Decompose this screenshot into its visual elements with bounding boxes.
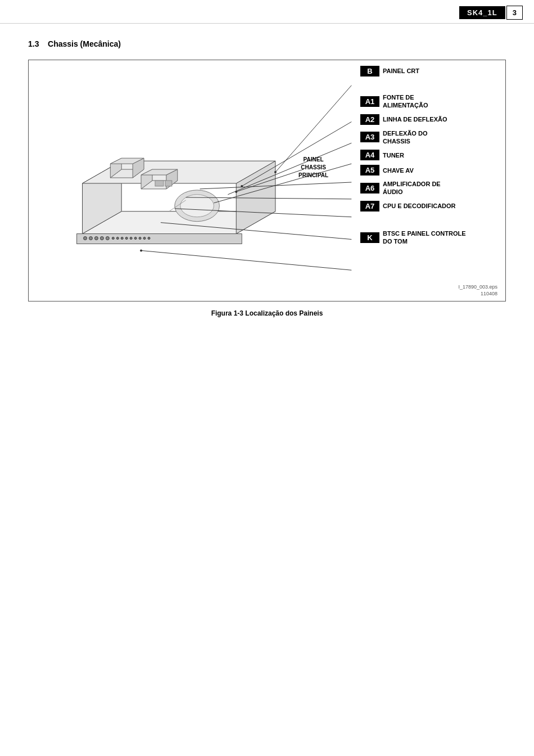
svg-point-22 (112, 237, 114, 240)
svg-point-19 (94, 237, 98, 240)
svg-rect-12 (155, 181, 164, 186)
label-text-A6: AMPLIFICADOR DEÁUDIO (383, 180, 441, 196)
svg-point-17 (84, 237, 87, 240)
label-row-A6: A6 AMPLIFICADOR DEÁUDIO (360, 180, 499, 196)
svg-marker-5 (110, 158, 121, 178)
svg-marker-1 (83, 161, 122, 233)
label-row-B: B PAINEL CRT (360, 66, 499, 76)
document-title: SK4_1L (459, 6, 505, 19)
svg-rect-16 (77, 234, 242, 244)
svg-point-23 (116, 237, 119, 240)
svg-point-36 (274, 171, 277, 173)
label-text-A3: DEFLEXÃO DOCHASSIS (383, 129, 427, 146)
svg-line-33 (236, 169, 303, 192)
painel-chassis-label: PAINEL CHASSIS PRINCIPAL (298, 156, 328, 179)
svg-point-30 (148, 237, 150, 240)
label-row-A2: A2 LINHA DE DEFLEXÃO (360, 114, 499, 125)
svg-line-37 (242, 122, 351, 186)
svg-rect-13 (165, 181, 172, 186)
page-header: SK4_1L 3 (0, 0, 534, 24)
svg-line-32 (169, 200, 186, 212)
svg-line-41 (200, 182, 352, 189)
label-box-A5: A5 (360, 165, 379, 176)
label-box-A7: A7 (360, 201, 379, 212)
label-text-B: PAINEL CRT (383, 67, 419, 75)
svg-marker-2 (236, 161, 275, 233)
svg-line-43 (175, 209, 352, 217)
main-content: PAINEL CHASSIS PRINCIPAL B PAINEL CRT A1… (0, 60, 534, 323)
label-box-A6: A6 (360, 183, 379, 194)
label-text-A7: CPU E DECODIFICADOR (383, 202, 456, 210)
svg-marker-4 (110, 169, 144, 178)
label-row-A1: A1 FONTE DEALIMENTAÇÃO (360, 93, 499, 110)
svg-point-21 (106, 237, 109, 240)
image-reference: I_17890_003.eps 110408 (458, 284, 497, 298)
svg-marker-11 (141, 169, 178, 175)
svg-point-46 (140, 249, 142, 251)
section-title: 1.3 Chassis (Mecânica) (0, 24, 534, 60)
section-number: 1.3 (28, 39, 39, 48)
label-box-A4: A4 (360, 150, 379, 160)
label-text-K: BTSC E PAINEL CONTROLEDO TOM (383, 230, 466, 246)
svg-point-24 (121, 237, 123, 240)
svg-line-39 (228, 143, 351, 195)
label-row-A3: A3 DEFLEXÃO DOCHASSIS (360, 129, 499, 146)
label-row-K: K BTSC E PAINEL CONTROLEDO TOM (360, 230, 499, 246)
svg-point-28 (139, 237, 141, 240)
chassis-diagram: PAINEL CHASSIS PRINCIPAL B PAINEL CRT A1… (28, 60, 506, 302)
svg-marker-8 (141, 181, 178, 189)
svg-point-25 (125, 237, 128, 240)
page-number: 3 (506, 6, 523, 20)
svg-point-15 (180, 195, 214, 217)
svg-marker-0 (83, 212, 275, 234)
svg-line-44 (161, 223, 351, 240)
svg-marker-9 (141, 169, 152, 189)
label-row-A7: A7 CPU E DECODIFICADOR (360, 201, 499, 212)
svg-marker-3 (83, 161, 275, 183)
svg-point-27 (134, 237, 137, 240)
svg-point-18 (89, 237, 92, 240)
label-row-A4: A4 TUNER (360, 150, 499, 160)
label-text-A2: LINHA DE DEFLEXÃO (383, 115, 447, 123)
svg-point-38 (241, 185, 243, 187)
svg-line-42 (186, 197, 352, 199)
label-row-A5: A5 CHAVE AV (360, 165, 499, 176)
label-box-A1: A1 (360, 96, 379, 107)
figure-caption: Figura 1-3 Localização dos Paineis (28, 302, 506, 323)
svg-marker-7 (110, 158, 144, 164)
label-box-K: K (360, 232, 379, 243)
svg-marker-6 (133, 158, 144, 178)
svg-marker-10 (166, 169, 178, 189)
label-text-A5: CHAVE AV (383, 166, 414, 174)
label-text-A4: TUNER (383, 151, 404, 159)
label-box-A3: A3 (360, 132, 379, 142)
label-box-B: B (360, 66, 379, 76)
svg-point-14 (175, 190, 220, 222)
label-box-A2: A2 (360, 114, 379, 125)
svg-point-29 (143, 237, 146, 240)
svg-line-40 (214, 164, 351, 203)
labels-area: B PAINEL CRT A1 FONTE DEALIMENTAÇÃO A2 L… (354, 60, 505, 301)
svg-point-34 (235, 191, 237, 193)
label-text-A1: FONTE DEALIMENTAÇÃO (383, 93, 428, 110)
svg-line-45 (141, 250, 351, 270)
svg-point-26 (130, 237, 132, 240)
svg-point-20 (100, 237, 103, 240)
section-heading: Chassis (Mecânica) (48, 39, 121, 48)
